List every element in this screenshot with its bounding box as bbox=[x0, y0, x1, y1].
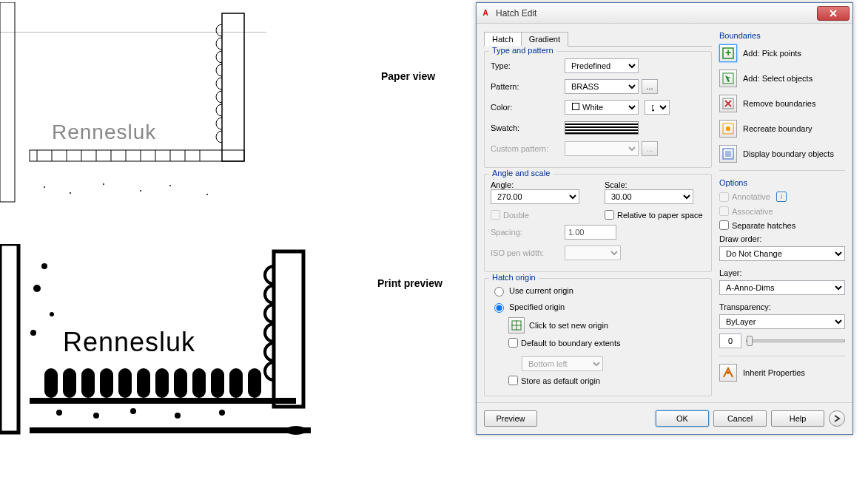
iso-pen-select bbox=[565, 246, 621, 260]
dialog-title: Hatch Edit bbox=[496, 8, 817, 18]
legend-angle-scale: Angle and scale bbox=[489, 169, 553, 177]
boundaries-title: Boundaries bbox=[719, 31, 845, 40]
svg-point-44 bbox=[93, 413, 99, 419]
preview-button[interactable]: Preview bbox=[484, 410, 537, 427]
app-icon: A bbox=[480, 7, 491, 19]
color-select[interactable] bbox=[565, 100, 639, 115]
help-button[interactable]: Help bbox=[771, 410, 824, 427]
custom-pattern-label: Custom pattern: bbox=[491, 144, 565, 153]
legend-hatch-origin: Hatch origin bbox=[489, 273, 539, 282]
layer-select[interactable]: A-Anno-Dims bbox=[719, 280, 845, 295]
tab-hatch[interactable]: Hatch bbox=[484, 32, 522, 47]
svg-rect-31 bbox=[192, 368, 206, 398]
svg-rect-37 bbox=[0, 244, 18, 433]
transparency-slider[interactable] bbox=[746, 339, 845, 342]
titlebar[interactable]: A Hatch Edit bbox=[477, 3, 852, 24]
svg-point-45 bbox=[130, 408, 136, 414]
tab-gradient[interactable]: Gradient bbox=[521, 32, 568, 47]
associative-checkbox bbox=[719, 206, 729, 216]
inherit-icon bbox=[722, 367, 734, 379]
boundary-select-objects[interactable]: Add: Select objects bbox=[719, 70, 845, 87]
extents-position-select: Bottom left bbox=[522, 356, 603, 371]
svg-text:+: + bbox=[725, 47, 731, 58]
scale-label: Scale: bbox=[605, 180, 705, 189]
info-icon[interactable]: i bbox=[776, 192, 787, 202]
group-hatch-origin: Hatch origin Use current origin Specifie… bbox=[484, 278, 712, 396]
transparency-select[interactable]: ByLayer bbox=[719, 314, 845, 329]
store-default-origin-checkbox[interactable] bbox=[508, 376, 518, 385]
svg-rect-24 bbox=[63, 368, 76, 398]
svg-rect-33 bbox=[229, 368, 243, 398]
options-title: Options bbox=[719, 178, 845, 187]
svg-rect-32 bbox=[211, 368, 224, 398]
type-select[interactable]: Predefined bbox=[565, 58, 639, 73]
svg-rect-26 bbox=[100, 368, 113, 398]
pattern-label: Pattern: bbox=[491, 82, 565, 91]
boundary-recreate[interactable]: Recreate boundary bbox=[719, 120, 845, 138]
tabs: Hatch Gradient bbox=[484, 31, 712, 47]
iso-pen-label: ISO pen width: bbox=[491, 248, 565, 257]
set-new-origin-button[interactable] bbox=[508, 317, 525, 333]
draw-order-select[interactable]: Do Not Change bbox=[719, 246, 845, 261]
svg-rect-29 bbox=[155, 368, 169, 398]
pattern-select[interactable]: BRASS bbox=[565, 79, 639, 94]
hatch-edit-dialog: A Hatch Edit Hatch Gradient Type and pat… bbox=[476, 2, 853, 435]
svg-point-39 bbox=[41, 263, 47, 269]
close-icon bbox=[829, 9, 838, 18]
cancel-button[interactable]: Cancel bbox=[713, 410, 767, 427]
paper-view-drawing: Rennesluk bbox=[0, 2, 266, 206]
svg-point-19 bbox=[140, 190, 141, 192]
custom-pattern-select bbox=[565, 141, 639, 156]
svg-point-56 bbox=[726, 126, 730, 131]
svg-point-40 bbox=[33, 285, 41, 292]
default-extents-checkbox[interactable] bbox=[508, 338, 518, 348]
spacing-label: Spacing: bbox=[491, 228, 565, 237]
layer-label: Layer: bbox=[719, 268, 845, 277]
angle-select[interactable]: 270.00 bbox=[491, 189, 579, 204]
paper-view-text: Rennesluk bbox=[52, 121, 156, 144]
specified-origin-label: Specified origin bbox=[509, 302, 565, 311]
annotative-label: Annotative bbox=[732, 192, 770, 201]
relative-label: Relative to paper space bbox=[617, 211, 703, 220]
svg-rect-58 bbox=[725, 151, 731, 157]
custom-pattern-browse-button: ... bbox=[642, 141, 658, 156]
bg-color-select[interactable]: ◪ bbox=[645, 100, 670, 115]
scale-select[interactable]: 30.00 bbox=[605, 189, 693, 204]
store-default-origin-label: Store as default origin bbox=[521, 376, 600, 385]
boundary-remove[interactable]: Remove boundaries bbox=[719, 95, 845, 112]
boundary-display[interactable]: Display boundary objects bbox=[719, 145, 845, 163]
spacing-input bbox=[565, 225, 616, 240]
use-current-origin-radio[interactable] bbox=[494, 287, 504, 297]
expand-button[interactable] bbox=[829, 410, 845, 427]
svg-point-20 bbox=[169, 185, 171, 186]
svg-rect-25 bbox=[81, 368, 95, 398]
separate-hatches-checkbox[interactable] bbox=[719, 220, 729, 230]
svg-rect-22 bbox=[274, 251, 303, 407]
svg-point-41 bbox=[50, 312, 54, 316]
svg-point-18 bbox=[103, 183, 104, 185]
type-label: Type: bbox=[491, 61, 565, 70]
associative-label: Associative bbox=[732, 207, 773, 216]
svg-rect-23 bbox=[44, 368, 58, 398]
swatch-label: Swatch: bbox=[491, 123, 565, 132]
svg-rect-2 bbox=[30, 150, 244, 161]
swatch-preview[interactable] bbox=[565, 121, 639, 135]
specified-origin-radio[interactable] bbox=[494, 303, 504, 313]
pick-points-icon: + bbox=[722, 47, 734, 59]
boundary-remove-label: Remove boundaries bbox=[743, 99, 815, 108]
svg-point-16 bbox=[44, 186, 45, 188]
boundary-pick-points[interactable]: + Add: Pick points bbox=[719, 44, 845, 62]
svg-rect-1 bbox=[222, 13, 244, 161]
set-new-origin-label: Click to set new origin bbox=[529, 321, 608, 330]
svg-point-59 bbox=[727, 371, 730, 374]
ok-button[interactable]: OK bbox=[656, 410, 709, 427]
pattern-browse-button[interactable]: ... bbox=[642, 79, 658, 94]
close-button[interactable] bbox=[817, 6, 850, 21]
inherit-properties[interactable]: Inherit Properties bbox=[719, 364, 845, 382]
crosshair-icon bbox=[511, 320, 522, 331]
svg-point-42 bbox=[30, 330, 36, 336]
svg-point-46 bbox=[175, 413, 181, 419]
paper-view-label: Paper view bbox=[381, 70, 435, 82]
svg-rect-36 bbox=[30, 427, 311, 433]
relative-checkbox[interactable] bbox=[605, 210, 614, 220]
